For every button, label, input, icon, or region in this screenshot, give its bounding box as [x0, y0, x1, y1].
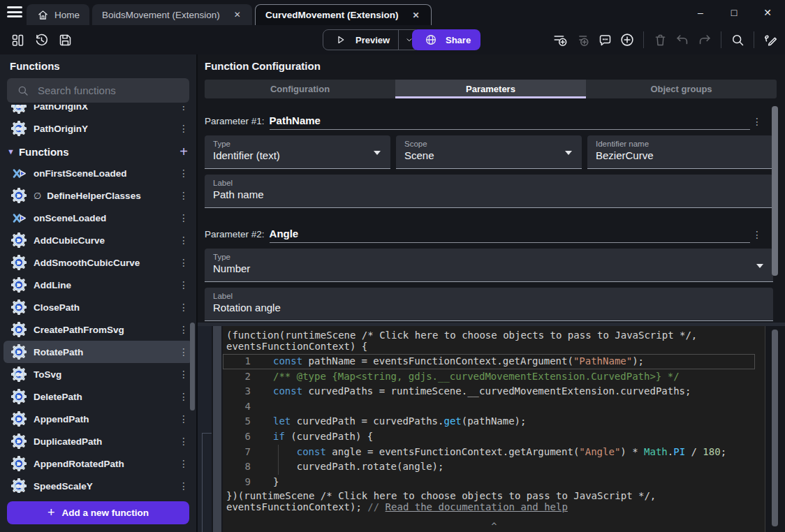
save-icon[interactable] — [56, 31, 74, 49]
documentation-link[interactable]: Read the documentation and help — [386, 501, 568, 512]
close-tab-icon[interactable]: ✕ — [233, 8, 242, 21]
function-item-PathOriginX[interactable]: f(x)PathOriginX⋮ — [0, 105, 196, 117]
search-input[interactable] — [38, 84, 182, 96]
svg-text:»: » — [17, 258, 21, 266]
code-lines[interactable]: 1const pathName = eventsFunctionContext.… — [223, 354, 765, 489]
edit-icon[interactable] — [761, 31, 779, 49]
function-item-onFirstSceneLoaded[interactable]: onFirstSceneLoaded⋮ — [0, 162, 196, 184]
item-menu-icon[interactable]: ⋮ — [177, 105, 191, 112]
code-line-6[interactable]: 6if (curvedPath) { — [223, 429, 755, 445]
item-menu-icon[interactable]: ⋮ — [177, 212, 191, 223]
function-item-DeletePath[interactable]: »DeletePath⋮ — [0, 385, 196, 408]
type-field[interactable]: Type Number — [205, 249, 773, 282]
function-item-onSceneLoaded[interactable]: onSceneLoaded⋮ — [0, 207, 196, 229]
item-menu-icon[interactable]: ⋮ — [177, 391, 191, 402]
function-item-AddSmoothCubicCurve[interactable]: »AddSmoothCubicCurve⋮ — [0, 251, 196, 274]
add-comment-icon[interactable] — [596, 31, 614, 49]
share-button[interactable]: Share — [412, 29, 480, 50]
parameter-menu-icon[interactable]: ⋮ — [750, 116, 764, 130]
window-tab-curvedmovement[interactable]: CurvedMovement (Extension)✕ — [255, 4, 432, 25]
function-item-SpeedScaleY[interactable]: f(x)SpeedScaleY⋮ — [0, 475, 196, 493]
function-item-PathOriginY[interactable]: f(x)PathOriginY⋮ — [0, 117, 196, 140]
item-menu-icon[interactable]: ⋮ — [177, 346, 191, 357]
search-icon[interactable] — [728, 31, 747, 49]
dropdown-caret-icon — [374, 151, 381, 155]
code-line-9[interactable]: 9} — [223, 475, 755, 490]
parameter-name-input[interactable]: Angle — [270, 228, 750, 243]
item-menu-icon[interactable]: ⋮ — [177, 235, 191, 246]
svg-text:»: » — [17, 236, 21, 244]
parameter-name-input[interactable]: PathName — [270, 114, 750, 130]
tab-parameters[interactable]: Parameters — [395, 80, 586, 98]
item-menu-icon[interactable]: ⋮ — [177, 123, 191, 134]
preview-button[interactable]: Preview — [323, 30, 398, 50]
sidebar-scrollbar[interactable] — [190, 323, 195, 411]
minimize-window-icon[interactable]: – — [694, 7, 707, 18]
function-item-AddLine[interactable]: »AddLine⋮ — [0, 274, 196, 296]
tab-configuration[interactable]: Configuration — [205, 80, 395, 98]
main-menu-icon[interactable] — [7, 6, 22, 19]
project-manager-icon[interactable] — [8, 31, 27, 49]
item-menu-icon[interactable]: ⋮ — [177, 279, 191, 290]
collapse-caret[interactable]: ^ — [492, 521, 497, 531]
code-line-7[interactable]: 7 const angle = eventsFunctionContext.ge… — [223, 445, 755, 460]
type-field[interactable]: Type Identifier (text) — [205, 135, 390, 169]
close-window-icon[interactable]: ✕ — [761, 7, 774, 18]
add-event-icon[interactable] — [551, 31, 569, 49]
tab-object-groups[interactable]: Object groups — [586, 80, 777, 98]
item-menu-icon[interactable]: ⋮ — [177, 436, 191, 447]
code-line-3[interactable]: 3const curvedPaths = runtimeScene.__curv… — [223, 384, 755, 399]
scope-field[interactable]: Scope Scene — [396, 135, 582, 169]
item-menu-icon[interactable]: ⋮ — [177, 324, 191, 335]
code-line-2[interactable]: 2/** @type {Map<string, gdjs.__curvedMov… — [223, 369, 755, 385]
item-menu-icon[interactable]: ⋮ — [177, 413, 191, 424]
item-menu-icon[interactable]: ⋮ — [177, 257, 191, 268]
history-icon[interactable] — [32, 31, 50, 49]
toolbar-divider — [721, 31, 721, 48]
item-menu-icon[interactable]: ⋮ — [177, 369, 191, 380]
function-item-DuplicatedPath[interactable]: »DuplicatedPath⋮ — [0, 430, 196, 452]
item-menu-icon[interactable]: ⋮ — [177, 458, 191, 469]
window-tab-label: BoidsMovement (Extension) — [102, 10, 220, 20]
item-menu-icon[interactable]: ⋮ — [177, 302, 191, 313]
code-scrollbar[interactable] — [772, 330, 778, 526]
add-function-button[interactable]: + Add a new function — [7, 501, 189, 524]
close-tab-icon[interactable]: ✕ — [411, 9, 420, 22]
parameters-scrollbar[interactable] — [772, 106, 778, 276]
add-function-icon[interactable]: + — [179, 145, 188, 158]
function-item-AppendPath[interactable]: »AppendPath⋮ — [0, 408, 196, 430]
label-field[interactable]: Label Path name — [205, 175, 773, 208]
add-other-icon[interactable] — [618, 31, 636, 49]
function-item-DefineHelperClasses[interactable]: »∅DefineHelperClasses⋮ — [0, 184, 196, 207]
event-drag-handle[interactable] — [213, 326, 221, 532]
window-tab-label: CurvedMovement (Extension) — [265, 10, 399, 20]
window-tab-boidsmovement[interactable]: BoidsMovement (Extension)✕ — [92, 4, 252, 25]
code-wrapper-line: eventsFunctionContext) { — [223, 341, 765, 353]
search-box[interactable] — [7, 78, 189, 103]
action-function-icon: » — [11, 411, 27, 427]
function-item-ClosePath[interactable]: »ClosePath⋮ — [0, 296, 196, 318]
toolbar-divider — [754, 31, 754, 48]
label-field[interactable]: Label Rotation angle — [205, 288, 773, 321]
function-item-RotatePath[interactable]: »RotatePath⋮ — [3, 341, 193, 363]
function-item-CreatePathFromSvg[interactable]: »CreatePathFromSvg⋮ — [0, 318, 196, 341]
item-menu-icon[interactable]: ⋮ — [177, 168, 191, 179]
code-line-4[interactable]: 4 — [223, 399, 755, 415]
toolbar-divider — [643, 31, 644, 48]
identifier-name-field[interactable]: Identifier name BezierCurve — [587, 135, 773, 169]
code-line-1[interactable]: 1const pathName = eventsFunctionContext.… — [223, 354, 755, 369]
code-wrapper-line: })(runtimeScene /* Click here to choose … — [223, 491, 765, 502]
functions-section-header[interactable]: ▼ Functions + — [0, 141, 196, 162]
code-line-5[interactable]: 5let curvedPath = curvedPaths.get(pathNa… — [223, 414, 755, 429]
code-editor[interactable]: (function(runtimeScene /* Click here to … — [223, 326, 765, 532]
maximize-window-icon[interactable]: □ — [728, 7, 740, 18]
window-tab-home[interactable]: Home — [27, 4, 89, 25]
item-menu-icon[interactable]: ⋮ — [177, 190, 191, 201]
code-line-8[interactable]: 8 curvedPath.rotate(angle); — [223, 459, 755, 475]
function-item-AddCubicCurve[interactable]: »AddCubicCurve⋮ — [0, 229, 196, 251]
function-item-ToSvg[interactable]: f(x)ToSvg⋮ — [0, 363, 196, 385]
parameter-menu-icon[interactable]: ⋮ — [750, 229, 764, 243]
item-menu-icon[interactable]: ⋮ — [177, 480, 191, 492]
search-icon — [14, 82, 32, 100]
function-item-AppendRotatedPath[interactable]: »AppendRotatedPath⋮ — [0, 452, 196, 475]
